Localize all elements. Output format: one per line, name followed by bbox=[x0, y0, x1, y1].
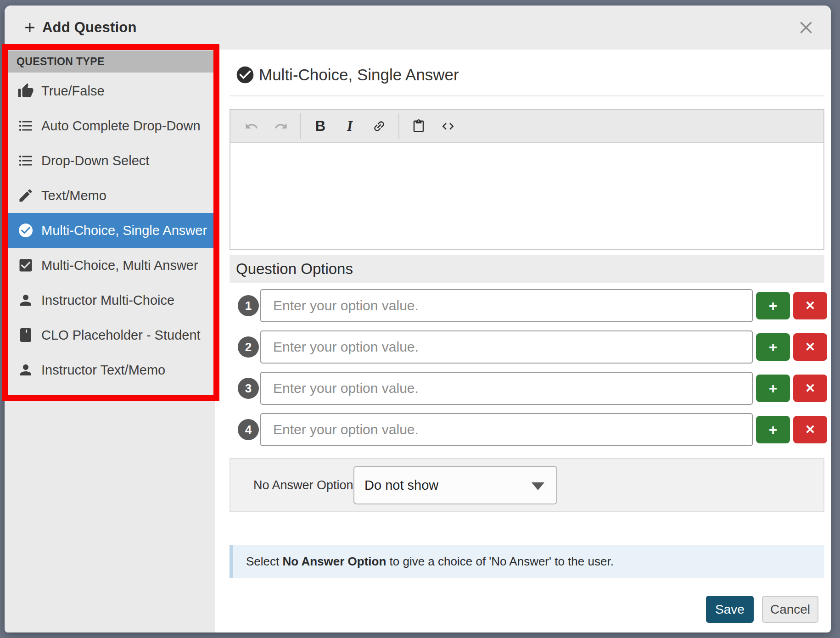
rich-text-editor: B I bbox=[230, 109, 824, 250]
add-option-button[interactable]: + bbox=[756, 416, 790, 443]
sidebar-item-multi-choice-single-answer[interactable]: Multi-Choice, Single Answer bbox=[5, 213, 215, 248]
no-answer-option-value: Do not show bbox=[364, 467, 438, 504]
sidebar-list: True/False Auto Complete Drop-Down Drop-… bbox=[5, 73, 215, 387]
option-number-badge: 4 bbox=[238, 419, 259, 440]
sidebar-item-label: True/False bbox=[41, 84, 105, 99]
list-icon bbox=[17, 152, 34, 169]
undo-icon bbox=[245, 119, 258, 133]
italic-button[interactable]: I bbox=[338, 114, 362, 138]
sidebar-item-true-false[interactable]: True/False bbox=[5, 73, 215, 108]
sidebar-header: QUESTION TYPE bbox=[5, 50, 215, 73]
question-type-sidebar: QUESTION TYPE True/False Auto Complete D… bbox=[5, 50, 215, 632]
sidebar-item-label: Text/Memo bbox=[41, 188, 106, 203]
book-icon bbox=[17, 327, 34, 343]
toolbar-separator bbox=[398, 113, 399, 139]
question-editor-panel: Multi-Choice, Single Answer B I bbox=[230, 50, 824, 632]
sidebar-item-multi-choice-multi-answer[interactable]: Multi-Choice, Multi Answer bbox=[5, 248, 215, 283]
plus-icon bbox=[22, 20, 38, 35]
redo-button[interactable] bbox=[269, 114, 293, 138]
remove-option-button[interactable]: ✕ bbox=[793, 416, 827, 443]
remove-option-button[interactable]: ✕ bbox=[793, 292, 827, 319]
chevron-down-icon bbox=[532, 482, 544, 490]
save-button[interactable]: Save bbox=[706, 596, 754, 623]
sidebar-item-text-memo[interactable]: Text/Memo bbox=[5, 178, 215, 213]
add-question-dialog: Add Question QUESTION TYPE True/False Au… bbox=[5, 6, 831, 632]
undo-button[interactable] bbox=[240, 114, 263, 138]
add-option-button[interactable]: + bbox=[756, 292, 790, 319]
option-number-badge: 2 bbox=[238, 336, 259, 358]
add-option-button[interactable]: + bbox=[756, 375, 790, 402]
selected-type-heading: Multi-Choice, Single Answer bbox=[235, 62, 459, 88]
no-answer-option-select[interactable]: Do not show bbox=[353, 466, 557, 504]
sidebar-item-label: Multi-Choice, Single Answer bbox=[41, 223, 207, 238]
no-answer-option-label: No Answer Option bbox=[253, 459, 353, 511]
heading-divider bbox=[230, 95, 824, 96]
sidebar-item-auto-complete-drop-down[interactable]: Auto Complete Drop-Down bbox=[5, 108, 215, 143]
option-value-input-3[interactable] bbox=[260, 372, 753, 405]
sidebar-item-label: Instructor Multi-Choice bbox=[41, 293, 174, 308]
remove-option-button[interactable]: ✕ bbox=[793, 375, 827, 402]
add-option-button[interactable]: + bbox=[756, 333, 790, 361]
paste-icon bbox=[412, 119, 426, 133]
code-button[interactable] bbox=[436, 114, 460, 138]
bold-icon: B bbox=[315, 118, 325, 134]
question-text-area[interactable] bbox=[230, 143, 823, 248]
link-icon bbox=[370, 117, 389, 136]
sidebar-item-label: Auto Complete Drop-Down bbox=[41, 118, 201, 134]
sidebar-item-label: Drop-Down Select bbox=[41, 153, 149, 168]
editor-toolbar: B I bbox=[230, 110, 823, 143]
question-options-header: Question Options bbox=[230, 255, 824, 283]
code-icon bbox=[441, 119, 455, 133]
sidebar-item-label: CLO Placeholder - Student bbox=[41, 328, 201, 343]
dialog-title: Add Question bbox=[22, 6, 137, 50]
person-icon bbox=[17, 362, 34, 378]
option-value-input-1[interactable] bbox=[260, 289, 753, 322]
bold-button[interactable]: B bbox=[308, 114, 332, 138]
option-row-1: 1 + ✕ bbox=[230, 289, 824, 322]
toolbar-separator bbox=[300, 113, 301, 139]
sidebar-item-clo-placeholder-student[interactable]: CLO Placeholder - Student bbox=[5, 318, 215, 353]
option-row-4: 4 + ✕ bbox=[230, 413, 824, 446]
person-icon bbox=[17, 292, 34, 308]
selected-type-heading-text: Multi-Choice, Single Answer bbox=[259, 66, 459, 84]
option-row-2: 2 + ✕ bbox=[230, 330, 824, 364]
checkbox-icon bbox=[17, 257, 34, 274]
close-button[interactable] bbox=[794, 16, 818, 39]
italic-icon: I bbox=[347, 118, 353, 134]
sidebar-item-label: Instructor Text/Memo bbox=[41, 363, 165, 378]
check-circle-icon bbox=[17, 222, 34, 239]
option-value-input-4[interactable] bbox=[260, 413, 753, 446]
cancel-button[interactable]: Cancel bbox=[762, 596, 818, 623]
link-button[interactable] bbox=[367, 114, 391, 138]
option-row-3: 3 + ✕ bbox=[230, 372, 824, 405]
no-answer-option-panel: No Answer Option Do not show bbox=[230, 458, 824, 512]
check-circle-icon bbox=[235, 65, 255, 85]
thumbs-up-icon bbox=[17, 83, 34, 99]
remove-option-button[interactable]: ✕ bbox=[793, 333, 827, 361]
sidebar-item-label: Multi-Choice, Multi Answer bbox=[41, 258, 198, 273]
dialog-title-text: Add Question bbox=[42, 19, 137, 36]
x-icon bbox=[796, 17, 816, 38]
redo-icon bbox=[274, 119, 288, 133]
sidebar-item-instructor-text-memo[interactable]: Instructor Text/Memo bbox=[5, 353, 215, 387]
info-note-text: Select No Answer Option to give a choice… bbox=[246, 554, 614, 569]
sidebar-item-instructor-multi-choice[interactable]: Instructor Multi-Choice bbox=[5, 283, 215, 318]
option-value-input-2[interactable] bbox=[260, 330, 753, 364]
list-icon bbox=[17, 118, 34, 134]
sidebar-item-drop-down-select[interactable]: Drop-Down Select bbox=[5, 143, 215, 178]
modal-backdrop: Add Question QUESTION TYPE True/False Au… bbox=[0, 0, 840, 638]
paste-button[interactable] bbox=[407, 114, 431, 138]
option-number-badge: 1 bbox=[238, 295, 259, 316]
option-number-badge: 3 bbox=[238, 378, 259, 399]
pencil-icon bbox=[17, 187, 34, 204]
dialog-header: Add Question bbox=[5, 6, 831, 50]
info-note: Select No Answer Option to give a choice… bbox=[230, 545, 824, 578]
